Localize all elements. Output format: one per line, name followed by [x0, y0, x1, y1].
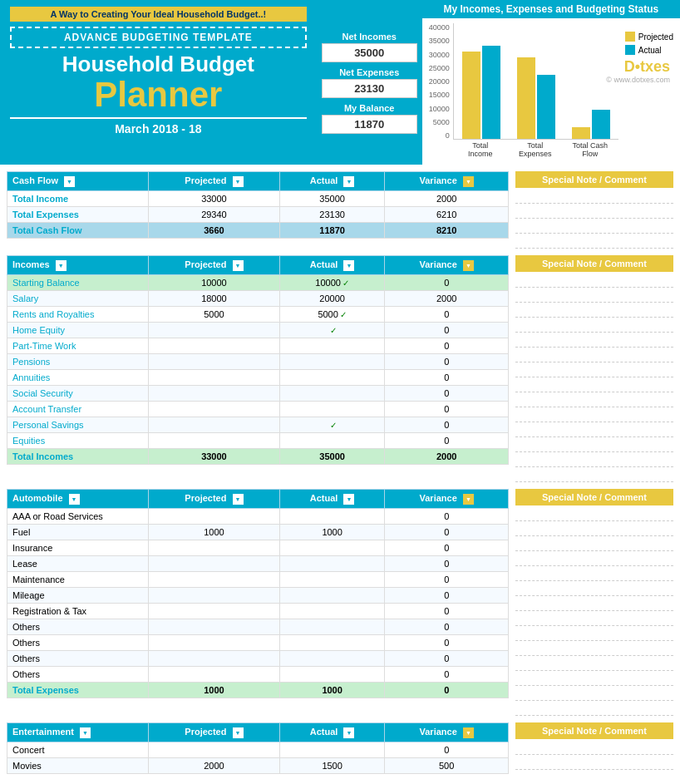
note-line [515, 348, 673, 362]
incomes-row: Starting Balance 10000 10000✓ 0 [7, 275, 509, 291]
inc-proj-dropdown[interactable]: ▼ [233, 260, 244, 271]
incomes-projected-header: Projected ▼ [149, 256, 280, 275]
incomes-dropdown[interactable]: ▼ [56, 260, 67, 271]
dotxes-sub: © www.dotxes.com [606, 76, 670, 84]
note-line [515, 392, 673, 407]
note-line [515, 656, 673, 671]
cashflow-note-header: Special Note / Comment [515, 171, 673, 188]
cashflow-dropdown[interactable]: ▼ [64, 176, 75, 187]
automobile-row: Others 0 [7, 619, 509, 635]
note-line [515, 566, 673, 581]
legend-actual-box [625, 45, 635, 55]
automobile-row: Others 0 [7, 651, 509, 667]
note-line [515, 581, 673, 596]
auto-var-dropdown[interactable]: ▼ [463, 494, 474, 505]
note-line [515, 641, 673, 656]
note-line [515, 288, 673, 303]
note-line [515, 596, 673, 611]
automobile-row: Insurance 0 [7, 540, 509, 556]
note-line [515, 273, 673, 288]
automobile-table-container: Automobile ▼ Projected ▼ Actual ▼ Vari [7, 489, 509, 698]
bar-total-income-actual [482, 46, 500, 139]
cashflow-row: Total Cash Flow 3660 11870 8210 [7, 223, 509, 239]
header-date: March 2018 - 18 [10, 117, 307, 136]
my-balance-label: My Balance [322, 103, 417, 113]
automobile-row: Others 0 [7, 667, 509, 683]
incomes-note-header: Special Note / Comment [515, 255, 673, 272]
dotxes-logo: D•txes [606, 58, 670, 76]
cashflow-note-panel: Special Note / Comment [515, 171, 673, 249]
note-line [515, 611, 673, 626]
bar-total-income-projected [462, 52, 480, 139]
entertainment-header: Entertainment ▼ [7, 723, 149, 742]
projected-dropdown[interactable]: ▼ [233, 176, 244, 187]
entertainment-row: Concert 0 [7, 742, 509, 758]
ent-dropdown[interactable]: ▼ [80, 727, 91, 738]
cashflow-table-container: Cash Flow ▼ Projected ▼ Actual ▼ Varia [7, 171, 509, 239]
cashflow-row: Total Income 33000 35000 2000 [7, 191, 509, 207]
automobile-row: AAA or Road Services 0 [7, 509, 509, 525]
note-line [515, 362, 673, 377]
inc-var-dropdown[interactable]: ▼ [463, 260, 474, 271]
auto-act-dropdown[interactable]: ▼ [343, 494, 354, 505]
net-incomes-value: 35000 [322, 43, 417, 62]
incomes-row: Personal Savings ✓ 0 [7, 417, 509, 433]
ent-projected-header: Projected ▼ [149, 723, 280, 742]
automobile-note-panel: Special Note / Comment [515, 489, 673, 716]
cashflow-row: Total Expenses 29340 23130 6210 [7, 207, 509, 223]
ent-proj-dropdown[interactable]: ▼ [233, 727, 244, 738]
legend-actual-label: Actual [638, 46, 662, 55]
ent-var-dropdown[interactable]: ▼ [463, 727, 474, 738]
inc-act-dropdown[interactable]: ▼ [343, 260, 354, 271]
automobile-row: Registration & Tax 0 [7, 604, 509, 619]
incomes-row: Rents and Royalties 5000 5000✓ 0 [7, 307, 509, 323]
cashflow-variance-header: Variance ▼ [385, 172, 509, 191]
variance-dropdown[interactable]: ▼ [463, 176, 474, 187]
bar-total-expenses-projected [517, 57, 535, 139]
automobile-row: Mileage 0 [7, 588, 509, 604]
automobile-row: Others 0 [7, 635, 509, 651]
my-balance-value: 11870 [322, 115, 417, 134]
header-title: Household Budget [10, 52, 307, 77]
net-expenses-label: Net Expenses [322, 67, 417, 77]
legend-projected-label: Projected [638, 32, 673, 42]
banner: A Way to Creating Your Ideal Household B… [10, 7, 307, 22]
bar-cashflow-actual [592, 110, 610, 139]
note-line [515, 467, 673, 482]
auto-dropdown[interactable]: ▼ [69, 494, 80, 505]
cashflow-projected-header: Projected ▼ [149, 172, 280, 191]
note-line [515, 407, 673, 422]
incomes-row: Account Transfer 0 [7, 402, 509, 417]
note-line [515, 740, 673, 755]
automobile-note-header: Special Note / Comment [515, 489, 673, 505]
template-label: ADVANCE BUDGETING TEMPLATE [10, 27, 307, 48]
header-subtitle: Planner [10, 77, 307, 112]
auto-projected-header: Projected ▼ [149, 490, 280, 509]
automobile-section: Automobile ▼ Projected ▼ Actual ▼ Vari [0, 486, 680, 719]
note-line [515, 219, 673, 234]
note-line [515, 551, 673, 566]
note-line [515, 536, 673, 551]
note-line [515, 333, 673, 348]
cashflow-header: Cash Flow ▼ [7, 172, 149, 191]
note-line [515, 318, 673, 333]
incomes-row: Salary 18000 20000 2000 [7, 291, 509, 307]
cashflow-table: Cash Flow ▼ Projected ▼ Actual ▼ Varia [7, 171, 509, 239]
note-line [515, 671, 673, 686]
ent-variance-header: Variance ▼ [385, 723, 509, 742]
incomes-row: Pensions 0 [7, 354, 509, 370]
net-expenses-value: 23130 [322, 79, 417, 98]
actual-dropdown[interactable]: ▼ [343, 176, 354, 187]
incomes-row: Social Security 0 [7, 386, 509, 402]
note-line [515, 701, 673, 716]
note-line [515, 422, 673, 437]
net-incomes-label: Net Incomes [322, 32, 417, 42]
incomes-row: Part-Time Work 0 [7, 338, 509, 354]
note-line [515, 686, 673, 701]
entertainment-note-panel: Special Note / Comment [515, 722, 673, 784]
automobile-row: Maintenance 0 [7, 572, 509, 588]
auto-actual-header: Actual ▼ [279, 490, 385, 509]
incomes-row: Annuities 0 [7, 370, 509, 386]
ent-act-dropdown[interactable]: ▼ [343, 727, 354, 738]
auto-proj-dropdown[interactable]: ▼ [233, 494, 244, 505]
